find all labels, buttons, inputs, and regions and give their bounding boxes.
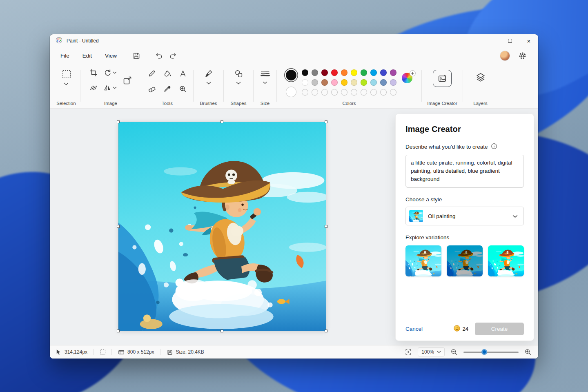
color-swatch[interactable]	[390, 69, 396, 76]
color-swatch[interactable]	[390, 79, 396, 86]
color-swatch[interactable]	[351, 69, 357, 76]
primary-color-swatch[interactable]	[286, 70, 296, 80]
color-swatch[interactable]	[302, 69, 308, 76]
color-swatch[interactable]	[370, 69, 377, 76]
image-group-label: Image	[104, 101, 117, 108]
empty-color-slot[interactable]	[302, 89, 308, 96]
menu-view[interactable]: View	[98, 50, 123, 61]
close-button[interactable]: ×	[519, 34, 538, 47]
selection-tool-button[interactable]	[62, 69, 71, 78]
edit-colors-wheel[interactable]	[402, 73, 412, 83]
selection-dropdown[interactable]	[64, 78, 69, 85]
color-swatch[interactable]	[341, 79, 347, 86]
color-swatch[interactable]	[361, 69, 367, 76]
rotate-button[interactable]	[103, 69, 111, 77]
brushes-group-label: Brushes	[200, 101, 217, 108]
zoom-slider[interactable]	[463, 349, 519, 355]
text-tool-button[interactable]	[179, 69, 187, 78]
color-swatch[interactable]	[380, 69, 387, 76]
flip-button[interactable]	[103, 84, 111, 92]
minimize-button[interactable]	[482, 34, 501, 47]
selection-handle[interactable]	[117, 120, 120, 123]
redo-button[interactable]	[166, 49, 180, 62]
empty-color-slot[interactable]	[380, 89, 387, 96]
brushes-dropdown[interactable]	[206, 82, 211, 85]
settings-gear-icon[interactable]	[515, 49, 529, 62]
color-swatch[interactable]	[331, 69, 338, 76]
rotate-dropdown[interactable]	[113, 71, 117, 74]
account-avatar[interactable]	[500, 51, 510, 60]
variation-thumbnail-1[interactable]	[405, 245, 441, 276]
color-swatch[interactable]	[321, 79, 328, 86]
empty-color-slot[interactable]	[351, 89, 357, 96]
menu-edit[interactable]: Edit	[76, 50, 98, 61]
zoom-in-button[interactable]	[524, 348, 532, 356]
variation-thumbnail-3[interactable]	[488, 245, 524, 276]
ribbon-toolbar: Selection	[50, 64, 538, 109]
zoom-out-button[interactable]	[450, 348, 458, 356]
selection-handle[interactable]	[325, 120, 327, 123]
style-thumbnail	[409, 210, 423, 222]
fill-tool-button[interactable]	[163, 69, 172, 78]
layers-icon[interactable]	[476, 72, 486, 82]
color-picker-tool-button[interactable]	[163, 85, 172, 93]
selection-handle[interactable]	[220, 120, 223, 123]
resize-button[interactable]	[122, 76, 132, 85]
color-swatch[interactable]	[331, 79, 338, 86]
color-swatch[interactable]	[361, 79, 367, 86]
selection-size-icon	[100, 350, 105, 354]
cancel-button[interactable]: Cancel	[405, 326, 423, 332]
line-size-icon[interactable]	[261, 69, 270, 78]
variation-thumbnail-2[interactable]	[447, 245, 483, 276]
info-icon[interactable]	[491, 143, 497, 151]
color-swatch[interactable]	[351, 79, 357, 86]
file-size-value: Size: 20.4KB	[176, 349, 204, 355]
skew-button[interactable]	[89, 84, 98, 92]
image-creator-button[interactable]	[433, 70, 452, 87]
selection-handle[interactable]	[325, 225, 327, 228]
empty-color-slot[interactable]	[321, 89, 328, 96]
secondary-color-swatch[interactable]	[286, 87, 296, 97]
shapes-dropdown[interactable]	[236, 82, 241, 85]
selection-marquee-icon	[62, 70, 71, 78]
empty-color-slot[interactable]	[361, 89, 367, 96]
flip-dropdown[interactable]	[113, 87, 117, 89]
empty-color-slot[interactable]	[370, 89, 377, 96]
selection-handle[interactable]	[117, 225, 120, 228]
pencil-tool-button[interactable]	[148, 69, 156, 78]
zoom-fit-button[interactable]	[405, 348, 412, 356]
brush-icon[interactable]	[204, 69, 213, 78]
style-dropdown[interactable]: Oil painting	[405, 207, 524, 225]
empty-color-slot[interactable]	[312, 89, 318, 96]
color-swatch[interactable]	[380, 79, 387, 86]
empty-color-slot[interactable]	[341, 89, 347, 96]
color-swatch[interactable]	[341, 69, 347, 76]
crop-button[interactable]	[89, 69, 98, 77]
color-swatch[interactable]	[321, 69, 328, 76]
create-button[interactable]: Create	[475, 323, 524, 335]
shapes-icon[interactable]	[234, 69, 243, 78]
menu-file[interactable]: File	[54, 50, 76, 61]
selection-handle[interactable]	[325, 330, 327, 332]
eraser-tool-button[interactable]	[148, 85, 156, 93]
save-button[interactable]	[129, 49, 143, 62]
canvas-image[interactable]	[118, 122, 326, 331]
size-dropdown[interactable]	[263, 81, 267, 84]
undo-button[interactable]	[152, 49, 166, 62]
selection-group: Selection	[52, 64, 80, 108]
magnifier-tool-button[interactable]	[179, 85, 187, 93]
color-swatch[interactable]	[370, 79, 377, 86]
statusbar: 314,124px 800 x 512px Size: 20.4KB	[50, 345, 538, 359]
empty-color-slot[interactable]	[390, 89, 396, 96]
color-swatch[interactable]	[302, 79, 308, 86]
maximize-button[interactable]	[501, 34, 519, 47]
color-swatch[interactable]	[312, 69, 318, 76]
zoom-slider-thumb[interactable]	[481, 349, 487, 355]
prompt-input[interactable]: a little cute pirate, running, colorful,…	[405, 155, 524, 187]
selection-handle[interactable]	[220, 330, 223, 332]
add-color-icon	[410, 71, 415, 76]
empty-color-slot[interactable]	[331, 89, 338, 96]
color-swatch[interactable]	[312, 79, 318, 86]
selection-handle[interactable]	[117, 330, 120, 332]
zoom-level-dropdown[interactable]: 100%	[418, 347, 445, 356]
